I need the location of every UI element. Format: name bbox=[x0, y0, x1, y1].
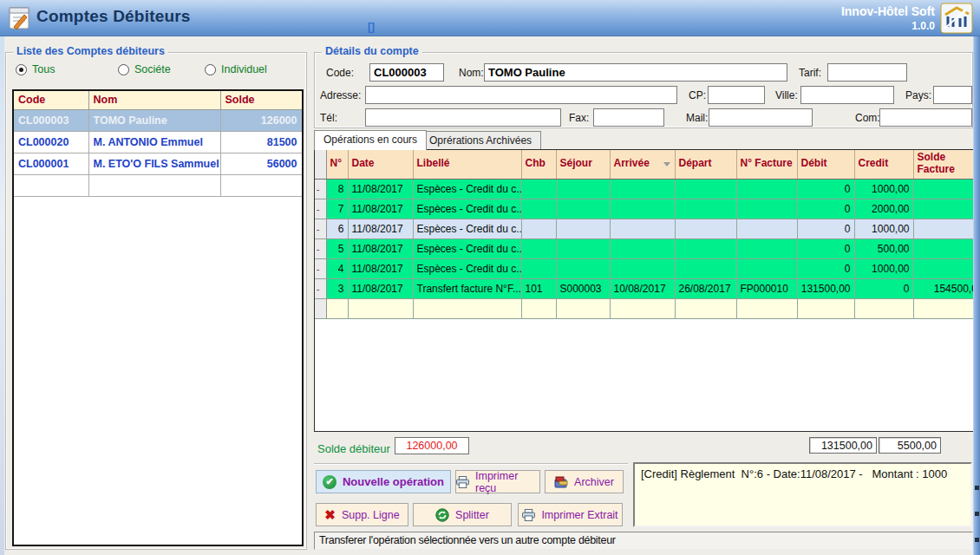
operation-row[interactable]: - 5 11/08/2017 Espèces - Credit du c... … bbox=[315, 238, 973, 258]
details-groupbox: Détails du compte Code: Nom: Tarif: Adre… bbox=[314, 52, 973, 128]
brand-block: Innov-Hôtel Soft 1.0.0 bbox=[841, 4, 935, 33]
sort-indicator-icon bbox=[663, 162, 670, 166]
com-label: Com: bbox=[855, 112, 880, 124]
radio-individuel[interactable]: Individuel bbox=[205, 63, 267, 75]
notepad-icon bbox=[8, 6, 31, 30]
adresse-field[interactable] bbox=[365, 86, 677, 104]
imprimer-extrait-button[interactable]: Imprimer Extrait bbox=[518, 503, 623, 526]
check-circle-icon: ✔ bbox=[323, 475, 336, 489]
archiver-button[interactable]: Archiver bbox=[545, 470, 624, 493]
tab-operations-archivees[interactable]: Oprérations Archivées bbox=[420, 131, 541, 150]
row-header-corner bbox=[315, 150, 326, 179]
solde-debiteur-label: Solde débiteur bbox=[317, 442, 390, 455]
operation-detail-message: [Credit] Règlement N°:6 - Date:11/08/201… bbox=[633, 462, 972, 527]
col-header-chb[interactable]: Chb bbox=[521, 150, 556, 179]
page-title: Comptes Débiteurs bbox=[36, 7, 191, 26]
window-right-edge bbox=[973, 36, 980, 555]
col-header-date[interactable]: Date bbox=[348, 150, 413, 179]
nouvelle-operation-button[interactable]: ✔ Nouvelle opération bbox=[316, 470, 451, 493]
comptes-debiteurs-window: Comptes Débiteurs [] Innov-Hôtel Soft 1.… bbox=[0, 0, 980, 555]
col-header-sejour[interactable]: Séjour bbox=[556, 150, 610, 179]
printer-icon bbox=[456, 476, 469, 488]
hotel-logo-icon bbox=[940, 3, 973, 34]
cp-field[interactable] bbox=[708, 86, 765, 104]
operation-row[interactable]: - 8 11/08/2017 Espèces - Credit du c... … bbox=[315, 179, 973, 199]
total-debit-box: 131500,00 bbox=[809, 437, 877, 454]
buttons-panel-divider bbox=[314, 463, 628, 465]
col-header-code[interactable]: Code bbox=[14, 91, 88, 109]
refresh-globe-icon bbox=[435, 508, 449, 522]
col-header-credit[interactable]: Credit bbox=[854, 150, 913, 179]
imprimer-recu-button[interactable]: Imprimer reçu bbox=[455, 470, 540, 493]
archive-icon bbox=[554, 476, 568, 488]
radio-tous[interactable]: Tous bbox=[16, 63, 55, 75]
col-header-solde[interactable]: Solde bbox=[220, 91, 302, 109]
col-header-depart[interactable]: Départ bbox=[675, 150, 736, 179]
radio-societe[interactable]: Sociéte bbox=[118, 63, 171, 75]
radio-dot-icon bbox=[118, 64, 129, 75]
operation-row-empty[interactable] bbox=[315, 298, 973, 318]
tarif-field[interactable] bbox=[827, 63, 907, 82]
splitter-button[interactable]: Splitter bbox=[413, 503, 512, 526]
mail-field[interactable] bbox=[709, 108, 813, 127]
client-row-selected[interactable]: CL000003 TOMO Pauline 126000 bbox=[14, 109, 302, 131]
cp-label: CP: bbox=[689, 89, 706, 101]
brand-version: 1.0.0 bbox=[841, 20, 935, 33]
solde-debiteur-value: 126000,00 bbox=[395, 437, 469, 454]
operation-row[interactable]: - 7 11/08/2017 Espèces - Credit du c... … bbox=[315, 199, 973, 219]
mail-label: Mail: bbox=[686, 112, 708, 124]
details-group-label: Détails du compte bbox=[322, 45, 422, 57]
operations-header-row: N° Date Libellé Chb Séjour Arrivée Dépar… bbox=[315, 150, 973, 179]
tab-operations-en-cours[interactable]: Opérations en cours bbox=[314, 130, 427, 150]
tel-field[interactable] bbox=[365, 108, 561, 127]
client-row-empty[interactable] bbox=[14, 174, 302, 196]
col-header-nom[interactable]: Nom bbox=[88, 91, 220, 109]
tel-label: Tél: bbox=[320, 112, 337, 124]
col-header-n[interactable]: N° bbox=[326, 150, 348, 179]
window-left-edge bbox=[0, 36, 4, 555]
title-decoration: [] bbox=[368, 21, 375, 33]
client-row[interactable]: CL000001 M. ETO'O FILS Sammuel 56000 bbox=[14, 153, 302, 174]
fax-label: Fax: bbox=[569, 112, 589, 124]
title-bar: Comptes Débiteurs [] Innov-Hôtel Soft 1.… bbox=[0, 0, 980, 36]
com-field[interactable] bbox=[879, 108, 972, 127]
adresse-label: Adresse: bbox=[320, 89, 361, 101]
nom-field[interactable] bbox=[484, 63, 787, 82]
fax-field[interactable] bbox=[593, 108, 664, 127]
col-header-libelle[interactable]: Libellé bbox=[413, 150, 521, 179]
operation-row[interactable]: - 4 11/08/2017 Espèces - Credit du c... … bbox=[315, 258, 973, 278]
col-header-facture[interactable]: N° Facture bbox=[736, 150, 797, 179]
operation-row-selected[interactable]: - 6 11/08/2017 Espèces - Credit du c... … bbox=[315, 219, 973, 238]
delete-x-icon: ✖ bbox=[324, 508, 336, 521]
radio-dot-icon bbox=[205, 64, 216, 75]
client-row[interactable]: CL000020 M. ANTONIO Emmuel 81500 bbox=[14, 131, 302, 153]
radio-dot-icon bbox=[16, 64, 27, 75]
brand-name: Innov-Hôtel Soft bbox=[841, 4, 935, 20]
ville-label: Ville: bbox=[775, 89, 798, 101]
status-bar: Transferer l'opération sélectionnée vers… bbox=[314, 532, 973, 550]
col-header-debit[interactable]: Débit bbox=[797, 150, 854, 179]
operation-row[interactable]: - 3 11/08/2017 Transfert facture N°F... … bbox=[315, 278, 973, 298]
nom-label: Nom: bbox=[459, 67, 484, 79]
pays-field[interactable] bbox=[933, 86, 972, 104]
printer-icon bbox=[522, 509, 535, 521]
col-header-solde-facture[interactable]: Solde Facture bbox=[913, 150, 973, 179]
tarif-label: Tarif: bbox=[799, 67, 821, 79]
ville-field[interactable] bbox=[800, 86, 894, 104]
clients-grid: Code Nom Solde CL000003 TOMO Pauline 126… bbox=[12, 89, 304, 546]
supprimer-ligne-button[interactable]: ✖ Supp. Ligne bbox=[316, 503, 408, 526]
code-field[interactable] bbox=[369, 63, 444, 82]
pays-label: Pays: bbox=[905, 89, 931, 101]
col-header-arrivee[interactable]: Arrivée bbox=[610, 150, 675, 179]
code-label: Code: bbox=[326, 67, 354, 79]
clients-group-label: Liste des Comptes débiteurs bbox=[13, 45, 168, 57]
operations-grid: N° Date Libellé Chb Séjour Arrivée Dépar… bbox=[314, 149, 973, 432]
total-credit-box: 5500,00 bbox=[879, 437, 941, 454]
